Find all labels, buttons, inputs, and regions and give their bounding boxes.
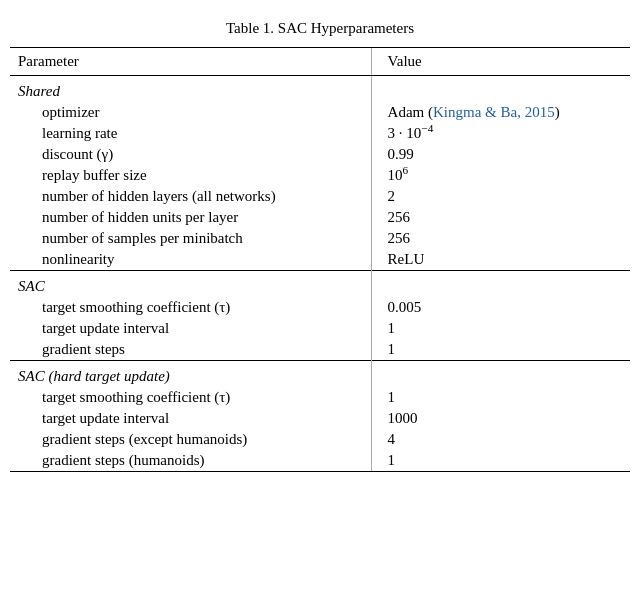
section-name-2: SAC (hard target update) xyxy=(10,361,371,388)
param-cell: gradient steps (humanoids) xyxy=(10,450,371,472)
section-header-0: Shared xyxy=(10,76,630,103)
param-cell: replay buffer size xyxy=(10,165,371,186)
table-row: target update interval1000 xyxy=(10,408,630,429)
table-row: number of hidden units per layer256 xyxy=(10,207,630,228)
value-cell: 1 xyxy=(371,318,630,339)
param-cell: number of hidden units per layer xyxy=(10,207,371,228)
value-cell: 1 xyxy=(371,339,630,361)
value-cell: 256 xyxy=(371,207,630,228)
param-cell: target smoothing coefficient (τ) xyxy=(10,387,371,408)
param-cell: gradient steps (except humanoids) xyxy=(10,429,371,450)
table-caption: Table 1. SAC Hyperparameters xyxy=(10,20,630,37)
value-cell: 0.005 xyxy=(371,297,630,318)
param-cell: number of hidden layers (all networks) xyxy=(10,186,371,207)
caption-title: SAC Hyperparameters xyxy=(278,20,414,36)
value-cell: ReLU xyxy=(371,249,630,271)
section-name-0: Shared xyxy=(10,76,371,103)
table-row: gradient steps (humanoids)1 xyxy=(10,450,630,472)
table-row: nonlinearityReLU xyxy=(10,249,630,271)
value-cell: 1 xyxy=(371,450,630,472)
table-row: gradient steps1 xyxy=(10,339,630,361)
section-header-2: SAC (hard target update) xyxy=(10,361,630,388)
value-cell: 4 xyxy=(371,429,630,450)
section-header-1: SAC xyxy=(10,271,630,298)
value-cell: 3 · 10−4 xyxy=(371,123,630,144)
table-row: optimizerAdam (Kingma & Ba, 2015) xyxy=(10,102,630,123)
section-value-1 xyxy=(371,271,630,298)
param-cell: optimizer xyxy=(10,102,371,123)
param-cell: target update interval xyxy=(10,318,371,339)
table-row: replay buffer size106 xyxy=(10,165,630,186)
section-value-2 xyxy=(371,361,630,388)
value-cell: 2 xyxy=(371,186,630,207)
param-cell: target update interval xyxy=(10,408,371,429)
value-cell: 1 xyxy=(371,387,630,408)
value-header: Value xyxy=(371,48,630,76)
table-row: target smoothing coefficient (τ)1 xyxy=(10,387,630,408)
param-cell: nonlinearity xyxy=(10,249,371,271)
param-cell: learning rate xyxy=(10,123,371,144)
page-container: Table 1. SAC Hyperparameters Parameter V… xyxy=(10,20,630,472)
hyperparameters-table: Parameter Value SharedoptimizerAdam (Kin… xyxy=(10,47,630,472)
caption-prefix: Table 1. xyxy=(226,20,274,36)
param-header: Parameter xyxy=(10,48,371,76)
table-row: discount (γ)0.99 xyxy=(10,144,630,165)
section-name-1: SAC xyxy=(10,271,371,298)
table-body: SharedoptimizerAdam (Kingma & Ba, 2015)l… xyxy=(10,76,630,472)
table-row: learning rate3 · 10−4 xyxy=(10,123,630,144)
value-cell: Adam (Kingma & Ba, 2015) xyxy=(371,102,630,123)
table-row: target update interval1 xyxy=(10,318,630,339)
section-value-0 xyxy=(371,76,630,103)
param-cell: discount (γ) xyxy=(10,144,371,165)
table-row: number of hidden layers (all networks)2 xyxy=(10,186,630,207)
param-cell: target smoothing coefficient (τ) xyxy=(10,297,371,318)
value-cell: 106 xyxy=(371,165,630,186)
param-cell: number of samples per minibatch xyxy=(10,228,371,249)
param-cell: gradient steps xyxy=(10,339,371,361)
table-header-row: Parameter Value xyxy=(10,48,630,76)
value-cell: 256 xyxy=(371,228,630,249)
table-row: gradient steps (except humanoids)4 xyxy=(10,429,630,450)
table-row: target smoothing coefficient (τ)0.005 xyxy=(10,297,630,318)
table-row: number of samples per minibatch256 xyxy=(10,228,630,249)
value-cell: 1000 xyxy=(371,408,630,429)
value-cell: 0.99 xyxy=(371,144,630,165)
